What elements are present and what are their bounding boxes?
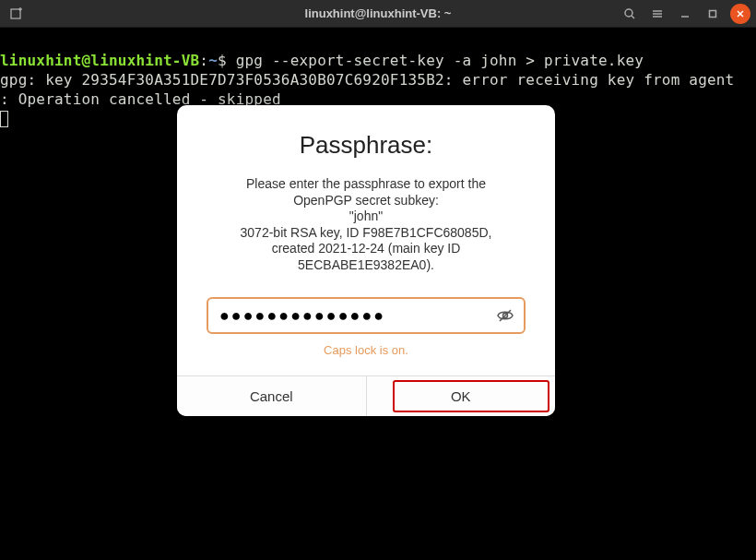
ok-button[interactable]: OK xyxy=(367,376,556,416)
capslock-warning: Caps lock is on. xyxy=(201,343,531,357)
prompt-sep: : xyxy=(199,52,208,69)
output-line: gpg: key 29354F30A351DE7D73F0536A30B07C6… xyxy=(0,71,734,89)
menu-button[interactable] xyxy=(647,4,667,24)
passphrase-dialog: Passphrase: Please enter the passphrase … xyxy=(177,105,555,416)
svg-rect-0 xyxy=(11,9,20,18)
focus-ring xyxy=(393,380,550,412)
search-button[interactable] xyxy=(620,4,640,24)
dialog-message-line: OpenPGP secret subkey: xyxy=(293,193,439,208)
prompt-user: linuxhint@linuxhint-VB xyxy=(0,52,199,69)
prompt-path: ~ xyxy=(208,52,218,69)
terminal-cursor xyxy=(0,111,8,127)
dialog-message-line: 3072-bit RSA key, ID F98E7B1CFC68085D, xyxy=(241,225,492,240)
dialog-message-line: Please enter the passphrase to export th… xyxy=(246,176,486,191)
dialog-message-line: 5ECBABE1E9382EA0). xyxy=(298,257,434,272)
dialog-message-line: "john" xyxy=(349,209,383,223)
dialog-message-line: created 2021-12-24 (main key ID xyxy=(272,241,461,256)
window-titlebar: linuxhint@linuxhint-VB: ~ xyxy=(0,0,756,28)
command-text: gpg --export-secret-key -a john > privat… xyxy=(236,52,644,69)
new-tab-icon[interactable] xyxy=(7,5,26,23)
dialog-message: Please enter the passphrase to export th… xyxy=(201,176,531,273)
ok-button-label: OK xyxy=(451,388,471,404)
cancel-button[interactable]: Cancel xyxy=(177,376,367,416)
passphrase-input[interactable] xyxy=(207,297,526,334)
prompt-sym: $ xyxy=(218,52,236,69)
maximize-button[interactable] xyxy=(703,4,723,24)
toggle-visibility-icon[interactable] xyxy=(492,303,518,328)
svg-point-3 xyxy=(625,9,632,17)
svg-line-4 xyxy=(632,16,634,18)
svg-rect-9 xyxy=(710,10,716,17)
close-button[interactable] xyxy=(730,4,750,24)
dialog-title: Passphrase: xyxy=(201,131,531,160)
minimize-button[interactable] xyxy=(675,4,695,24)
